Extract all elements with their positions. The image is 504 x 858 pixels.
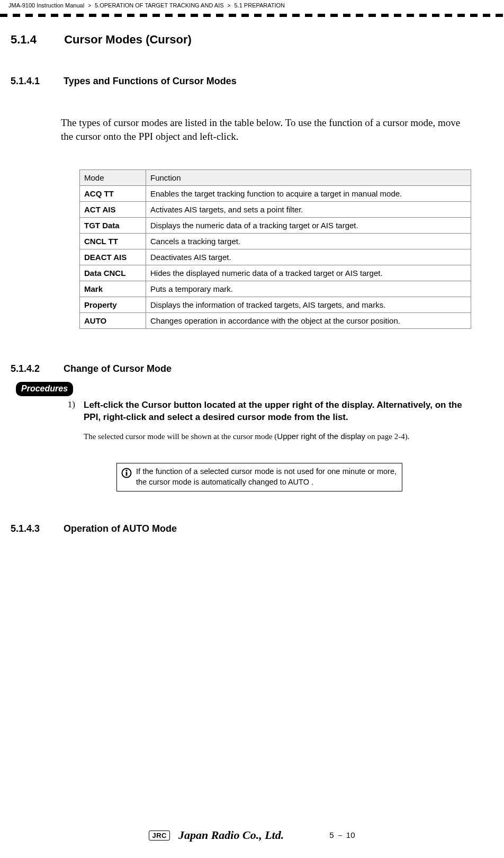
divider	[0, 14, 504, 17]
table-row: Property Displays the information of tra…	[80, 297, 471, 313]
heading-5-1-4-2: 5.1.4.2 Change of Cursor Mode	[11, 363, 472, 374]
heading-title: Change of Cursor Mode	[64, 363, 172, 374]
heading-number: 5.1.4	[11, 33, 61, 47]
info-icon	[121, 468, 132, 478]
info-note: If the function of a selected cursor mod…	[116, 463, 402, 491]
page-number: 5 － 10	[329, 830, 355, 841]
table-row: CNCL TT Cancels a tracking target.	[80, 234, 471, 249]
function-cell: Deactivates AIS target.	[146, 249, 471, 265]
mode-cell: DEACT AIS	[80, 249, 146, 265]
function-cell: Displays the information of tracked targ…	[146, 297, 471, 313]
mode-cell: AUTO	[80, 313, 146, 329]
mode-cell: Property	[80, 297, 146, 313]
table-header-mode: Mode	[80, 170, 146, 186]
procedures-badge: Procedures	[16, 382, 73, 396]
chevron-right-icon: >	[88, 3, 91, 8]
breadcrumb: JMA-9100 Instruction Manual > 5.OPERATIO…	[0, 0, 504, 11]
step-body-text: The selected cursor mode will be shown a…	[84, 432, 277, 441]
function-cell: Displays the numeric data of a tracking …	[146, 218, 471, 234]
heading-number: 5.1.4.3	[11, 523, 61, 534]
heading-title: Operation of AUTO Mode	[64, 523, 177, 534]
function-cell: Hides the displayed numeric data of a tr…	[146, 265, 471, 281]
jrc-logo-script: Japan Radio Co., Ltd.	[178, 828, 284, 842]
heading-number: 5.1.4.2	[11, 363, 61, 374]
table-row: ACT AIS Activates AIS targets, and sets …	[80, 202, 471, 218]
step-body-ref: Upper right of the display	[277, 432, 365, 441]
procedure-step: 1) Left-click the Cursor button located …	[64, 399, 472, 424]
cursor-modes-table: Mode Function ACQ TT Enables the target …	[79, 169, 471, 329]
heading-5-1-4-1: 5.1.4.1 Types and Functions of Cursor Mo…	[11, 76, 472, 87]
mode-cell: Data CNCL	[80, 265, 146, 281]
heading-title: Types and Functions of Cursor Modes	[64, 76, 237, 86]
svg-rect-2	[126, 472, 128, 476]
function-cell: Changes operation in accordance with the…	[146, 313, 471, 329]
mode-cell: ACT AIS	[80, 202, 146, 218]
table-row: TGT Data Displays the numeric data of a …	[80, 218, 471, 234]
step-body-text: on page 2-4).	[365, 432, 409, 441]
function-cell: Puts a temporary mark.	[146, 281, 471, 297]
intro-paragraph: The types of cursor modes are listed in …	[61, 116, 472, 143]
heading-title: Cursor Modes (Cursor)	[64, 33, 192, 46]
mode-cell: CNCL TT	[80, 234, 146, 249]
heading-5-1-4: 5.1.4 Cursor Modes (Cursor)	[11, 33, 472, 47]
step-number: 1)	[64, 399, 75, 424]
function-cell: Activates AIS targets, and sets a point …	[146, 202, 471, 218]
heading-5-1-4-3: 5.1.4.3 Operation of AUTO Mode	[11, 523, 472, 534]
mode-cell: ACQ TT	[80, 186, 146, 202]
table-row: AUTO Changes operation in accordance wit…	[80, 313, 471, 329]
jrc-logo-box: JRC	[149, 830, 170, 841]
table-row: ACQ TT Enables the target tracking funct…	[80, 186, 471, 202]
table-row: Mark Puts a temporary mark.	[80, 281, 471, 297]
function-cell: Cancels a tracking target.	[146, 234, 471, 249]
note-text: If the function of a selected cursor mod…	[136, 467, 397, 487]
page-footer: JRC Japan Radio Co., Ltd. 5 － 10	[0, 828, 504, 842]
table-row: DEACT AIS Deactivates AIS target.	[80, 249, 471, 265]
breadcrumb-item: 5.OPERATION OF TARGET TRACKING AND AIS	[95, 2, 223, 8]
mode-cell: TGT Data	[80, 218, 146, 234]
table-header-function: Function	[146, 170, 471, 186]
svg-point-1	[125, 470, 127, 471]
function-cell: Enables the target tracking function to …	[146, 186, 471, 202]
chevron-right-icon: >	[228, 3, 231, 8]
step-description: The selected cursor mode will be shown a…	[84, 431, 472, 442]
breadcrumb-item: 5.1 PREPARATION	[235, 2, 285, 8]
heading-number: 5.1.4.1	[11, 76, 61, 87]
step-instruction: Left-click the Cursor button located at …	[84, 399, 472, 424]
breadcrumb-item: JMA-9100 Instruction Manual	[8, 2, 84, 8]
mode-cell: Mark	[80, 281, 146, 297]
table-row: Data CNCL Hides the displayed numeric da…	[80, 265, 471, 281]
